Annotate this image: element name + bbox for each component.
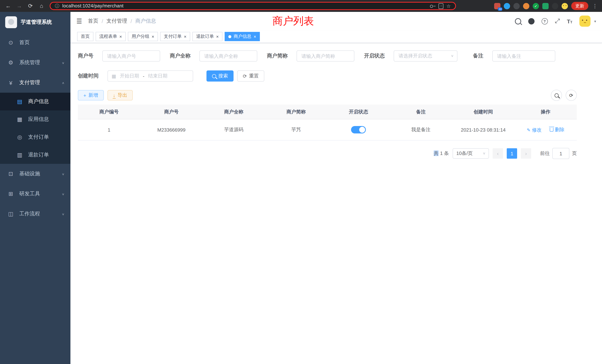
sidebar-item-label: 研发工具 [19,191,40,197]
edit-button[interactable]: ✎ 修改 [527,127,542,133]
main-area: 商户列表 ☰ 首页 / 支付管理 / 商户信息 ? ⤢ TT [70,12,602,364]
document-icon: ▥ [16,152,23,158]
filter-label: 创建时间 [78,73,99,79]
info-icon[interactable]: ⓘ [55,3,59,9]
sidebar-item-dev-tools[interactable]: ⊞ 研发工具 ∨ [0,184,70,204]
close-icon[interactable]: × [216,34,219,39]
close-icon[interactable]: × [152,34,154,39]
breadcrumb-payment[interactable]: 支付管理 [106,18,127,24]
extension-icon[interactable] [542,3,549,9]
tab-user-group[interactable]: 用户分组 × [128,32,158,41]
update-button[interactable]: 更新 [571,2,588,10]
chevron-down-icon: ∨ [62,172,64,175]
refresh-button[interactable]: ⟳ [566,90,577,101]
extension-icon[interactable]: 10 [494,3,500,9]
search-button-label: 搜索 [218,73,228,79]
reset-button[interactable]: ⟳ 重置 [237,70,264,82]
status-select[interactable]: 请选择开启状态 ∨ [394,50,457,62]
page-number-button[interactable]: 1 [507,148,517,159]
avatar-caret-icon[interactable]: ▾ [594,19,596,23]
tab-home[interactable]: 首页 [77,32,93,41]
help-icon[interactable]: ? [541,18,548,24]
short-name-input[interactable] [297,50,354,62]
hamburger-icon[interactable]: ☰ [76,17,82,25]
bookmark-star-icon[interactable]: ☆ [447,3,451,9]
browser-menu-icon[interactable]: ⋮ [592,3,598,9]
url-text[interactable]: localhost:1024/pay/merchant [62,3,123,9]
tab-merchant-info[interactable]: 商户信息 × [225,32,260,41]
tab-pay-order[interactable]: 支付订单 × [160,32,190,41]
filter-short-name: 商户简称 [267,50,354,62]
sidebar-item-app-info[interactable]: ▦ 应用信息 [0,110,70,128]
prev-page-button[interactable]: ‹ [493,148,503,159]
sidebar-item-pay-order[interactable]: ◎ 支付订单 [0,128,70,146]
tab-label: 退款订单 [196,33,214,40]
sidebar-item-home[interactable]: ⊙ 首页 [0,33,70,53]
back-icon[interactable]: ← [4,0,13,12]
delete-button[interactable]: 删除 [549,126,564,133]
sidebar-item-merchant-info[interactable]: ▤ 商户信息 [0,93,70,110]
cell-status [327,119,390,140]
search-button[interactable]: 搜索 [206,70,234,82]
extension-icon[interactable] [513,3,520,9]
fullscreen-icon[interactable]: ⤢ [555,17,560,25]
tab-label: 商户信息 [234,33,251,40]
forward-icon[interactable]: → [15,0,24,12]
sidebar-item-payment[interactable]: ¥ 支付管理 ∧ [0,73,70,93]
close-icon[interactable]: × [119,34,122,39]
password-key-icon[interactable] [430,4,436,8]
next-page-button[interactable]: › [521,148,531,159]
close-icon[interactable]: × [184,34,186,39]
sidebar-item-refund-order[interactable]: ▥ 退款订单 [0,146,70,164]
sidebar-item-infrastructure[interactable]: ⊡ 基础设施 ∨ [0,164,70,184]
filter-full-name: 商户全称 [170,50,257,62]
page-size-select[interactable]: 10条/页 ∨ [453,148,489,159]
show-search-button[interactable] [551,90,562,101]
search-icon[interactable] [515,18,521,24]
sidebar-item-workflow[interactable]: ◫ 工作流程 ∨ [0,204,70,224]
download-icon: ↓ [113,93,115,98]
github-icon[interactable] [528,18,534,24]
extension-check-icon[interactable]: ✓ [533,3,539,9]
status-toggle[interactable] [351,126,366,133]
user-avatar[interactable] [579,16,591,27]
breadcrumb-current: 商户信息 [135,18,156,24]
browser-profile-avatar[interactable] [562,3,568,9]
col-actions: 操作 [515,105,577,119]
sidebar-item-system[interactable]: ⚙ 系统管理 ∨ [0,53,70,73]
extension-icon[interactable] [504,3,510,9]
close-icon[interactable]: × [254,34,256,39]
share-icon[interactable]: ↑ [439,3,443,9]
end-date-placeholder[interactable]: 结束日期 [148,73,167,79]
pagination-total-prefix: 共 [434,150,439,156]
goto-page-input[interactable] [552,148,569,159]
chevron-up-icon: ∧ [62,81,64,84]
breadcrumb-separator: / [102,18,103,24]
full-name-input[interactable] [199,50,257,62]
extension-icon[interactable] [552,3,558,9]
col-merchant-no: 商户号 [140,105,203,119]
merchant-no-input[interactable] [102,50,160,62]
reload-icon[interactable]: ⟳ [26,0,35,12]
yen-icon: ¥ [7,79,14,86]
breadcrumb: 首页 / 支付管理 / 商户信息 [88,18,156,24]
order-icon: ◎ [16,134,23,140]
start-date-placeholder[interactable]: 开始日期 [120,73,139,79]
tab-flow-form[interactable]: 流程表单 × [96,32,126,41]
merchant-table: 商户编号 商户号 商户全称 商户简称 开启状态 备注 创建时间 操作 1 [78,105,577,140]
remark-input[interactable] [492,50,555,62]
pagination-total-rest: 1 条 [440,150,449,156]
home-icon[interactable]: ⌂ [37,0,46,12]
address-bar[interactable]: ⓘ localhost:1024/pay/merchant ↑ ☆ [50,2,456,10]
credit-card-icon: ▤ [16,98,23,105]
edit-label: 修改 [532,127,542,133]
app-logo[interactable]: 芋道管理系统 [0,12,70,33]
breadcrumb-home[interactable]: 首页 [88,18,98,24]
extension-icon[interactable] [523,3,529,9]
tab-refund-order[interactable]: 退款订单 × [192,32,222,41]
export-button[interactable]: ↓ 导出 [107,90,133,100]
font-size-icon[interactable]: TT [567,18,572,24]
date-range-picker[interactable]: ▦ 开始日期 - 结束日期 [108,70,193,82]
add-button[interactable]: + 新增 [78,90,104,100]
sidebar: 芋道管理系统 ⊙ 首页 ⚙ 系统管理 ∨ ¥ 支付管理 ∧ [0,12,70,364]
